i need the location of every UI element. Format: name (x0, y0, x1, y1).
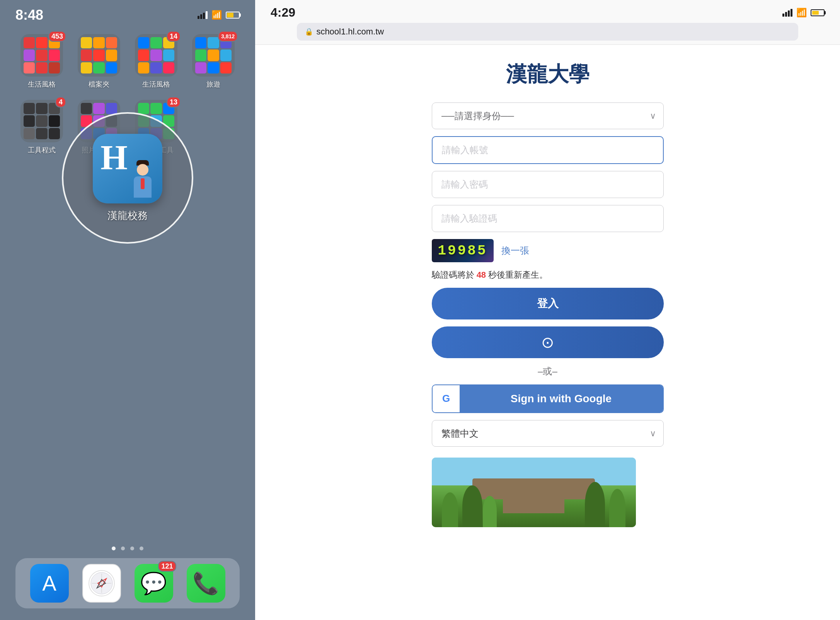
identity-select[interactable]: ──請選擇身份── (432, 102, 664, 129)
status-bar-left: 8:48 📶 (0, 0, 255, 26)
dock-messages[interactable]: 💬 121 (135, 564, 173, 603)
folder-tools[interactable]: 4 工具程式 (19, 100, 65, 155)
dock-app-store[interactable]: A (30, 564, 69, 603)
address-bar[interactable]: 🔒 school1.hl.com.tw (297, 23, 798, 41)
dot-4 (140, 547, 143, 550)
captcha-timer: 驗證碼將於 48 秒後重新產生。 (432, 269, 664, 281)
hanlong-app-icon[interactable]: H (93, 134, 162, 203)
browser-toolbar: 4:29 📶 🔒 school1.hl.com.tw (255, 0, 840, 45)
page-dots (112, 547, 143, 550)
identity-select-wrapper[interactable]: ──請選擇身份── ∨ (432, 102, 664, 129)
app-store-icon: A (42, 571, 56, 596)
folder-label-2: 生活風格 (142, 80, 170, 89)
google-signin-button[interactable]: G Sign in with Google (432, 384, 664, 413)
username-input[interactable] (432, 136, 664, 164)
battery-icon-right (811, 9, 825, 16)
language-select[interactable]: 繁體中文 (432, 420, 664, 447)
dot-2 (121, 547, 125, 550)
timer-suffix: 秒後重新產生。 (488, 270, 548, 280)
folder-label-1: 檔案夾 (89, 80, 109, 89)
left-phone: 8:48 📶 (0, 0, 255, 620)
phone-icon: 📞 (193, 571, 219, 596)
time-right: 4:29 (271, 5, 295, 20)
svg-text:G: G (442, 393, 450, 404)
browser-status-bar: 4:29 📶 (263, 5, 832, 20)
google-logo-box: G (433, 385, 460, 412)
highlight-circle: H 漢龍校務 (62, 112, 193, 244)
signal-icon-right (782, 9, 792, 17)
badge-13: 13 (167, 97, 181, 108)
right-browser: 4:29 📶 🔒 school1.hl.com.tw 漢龍大學 (255, 0, 840, 620)
badge-14: 14 (167, 31, 181, 42)
badge-453: 453 (48, 31, 66, 42)
signal-icon (198, 11, 208, 19)
folder-label-0: 生活風格 (28, 80, 56, 89)
page-title: 漢龍大學 (506, 60, 590, 89)
login-form: ──請選擇身份── ∨ 19985 換一張 驗證碼將於 48 秒後重 (432, 102, 664, 527)
or-divider: –或– (432, 365, 664, 377)
dock: A 💬 121 📞 (15, 558, 240, 608)
login-button[interactable]: 登入 (432, 288, 664, 319)
web-content: 漢龍大學 ──請選擇身份── ∨ 19985 換一張 (255, 45, 840, 620)
messages-icon: 💬 (140, 571, 167, 596)
h-letter-icon: H (101, 138, 128, 178)
status-icons-right: 📶 (782, 8, 825, 18)
password-input[interactable] (432, 171, 664, 198)
wifi-icon: 📶 (211, 10, 222, 20)
wifi-icon-right: 📶 (796, 8, 807, 18)
captcha-input[interactable] (432, 205, 664, 232)
folder-travel[interactable]: 3,812 旅遊 (190, 34, 237, 89)
lock-icon: 🔒 (305, 27, 313, 36)
captcha-row: 19985 換一張 (432, 239, 664, 262)
folder-label-3: 旅遊 (206, 80, 220, 89)
battery-icon (226, 12, 240, 19)
folder-shenghuo1[interactable]: 453 生活風格 (19, 34, 65, 89)
url-text: school1.hl.com.tw (316, 27, 384, 37)
biometric-button[interactable]: ⊙ (432, 326, 664, 358)
dock-safari[interactable] (82, 564, 121, 603)
timer-seconds: 48 (477, 270, 486, 280)
google-g-icon: G (438, 390, 455, 407)
person-figure-icon (129, 160, 156, 199)
badge-4: 4 (55, 97, 66, 108)
captcha-refresh-link[interactable]: 換一張 (501, 244, 529, 257)
folder-shenghuo2[interactable]: 14 生活風格 (133, 34, 179, 89)
dot-3 (130, 547, 134, 550)
folder-files[interactable]: 檔案夾 (76, 34, 122, 89)
timer-prefix: 驗證碼將於 (432, 270, 474, 280)
highlight-app-label: 漢龍校務 (107, 209, 148, 222)
fingerprint-icon: ⊙ (541, 334, 554, 351)
dot-1 (112, 547, 116, 550)
folder-label-4: 工具程式 (28, 145, 56, 155)
status-icons-left: 📶 (198, 10, 240, 20)
safari-icon (88, 570, 115, 597)
google-button-text: Sign in with Google (460, 385, 663, 412)
captcha-image: 19985 (432, 239, 494, 262)
campus-image-bg (432, 458, 636, 527)
dock-phone[interactable]: 📞 (187, 564, 225, 603)
captcha-text: 19985 (438, 243, 487, 259)
campus-image (432, 458, 636, 527)
badge-3812: 3,812 (218, 31, 238, 42)
badge-messages: 121 (158, 561, 176, 572)
language-selector[interactable]: 繁體中文 ∨ (432, 420, 664, 447)
time-left: 8:48 (15, 7, 43, 23)
